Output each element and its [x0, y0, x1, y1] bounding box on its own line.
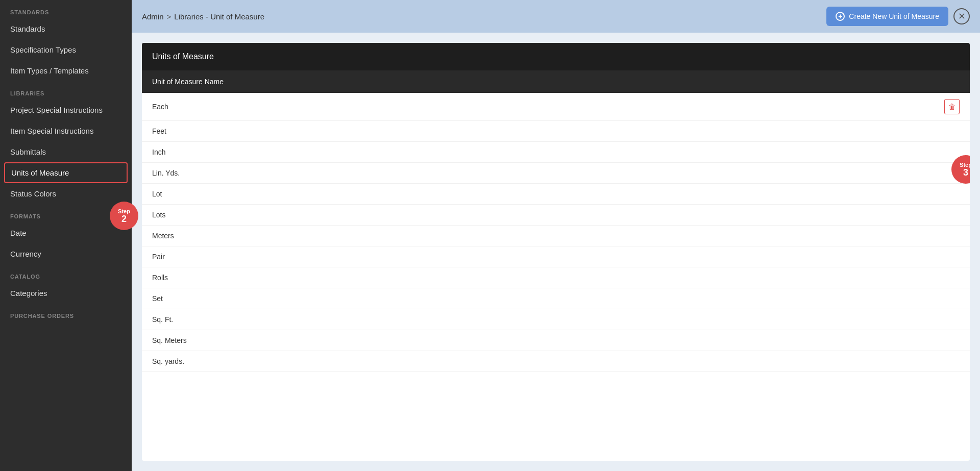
sidebar: STANDARDSStandardsSpecification TypesIte… — [0, 0, 132, 471]
sidebar-section-label-catalog: CATALOG — [0, 264, 132, 283]
table-row: Lot — [142, 184, 970, 205]
unit-name: Inch — [152, 148, 165, 156]
table-row: Sq. Meters — [142, 330, 970, 351]
sidebar-item-specification-types[interactable]: Specification Types — [0, 39, 132, 60]
sidebar-section-label-formats: FORMATS — [0, 204, 132, 222]
table-row: Lots — [142, 205, 970, 226]
close-icon: ✕ — [958, 11, 966, 22]
sidebar-item-standards[interactable]: Standards — [0, 18, 132, 39]
header-actions: + Create New Unit of Measure ✕ — [826, 7, 970, 26]
unit-name: Feet — [152, 127, 166, 135]
sidebar-section-label-libraries: LIBRARIES — [0, 81, 132, 100]
header-bar: Admin > Libraries - Unit of Measure + Cr… — [132, 0, 980, 33]
table-row: Meters — [142, 226, 970, 246]
table-container: Units of Measure Unit of Measure Name Ea… — [142, 43, 970, 461]
sidebar-item-item-types-templates[interactable]: Item Types / Templates — [0, 60, 132, 81]
sidebar-item-status-colors[interactable]: Status Colors — [0, 183, 132, 204]
delete-unit-button[interactable]: 🗑 — [944, 99, 960, 114]
table-row: Each🗑 — [142, 93, 970, 121]
unit-name: Rolls — [152, 274, 168, 282]
unit-name: Sq. yards. — [152, 357, 184, 365]
table-row: Sq. yards. — [142, 351, 970, 372]
breadcrumb: Admin > Libraries - Unit of Measure — [142, 12, 264, 21]
unit-name: Lin. Yds. — [152, 169, 180, 177]
table-body: Each🗑FeetInchLin. Yds.LotLotsMetersPairR… — [142, 93, 970, 461]
table-row: Pair — [142, 246, 970, 267]
breadcrumb-admin: Admin — [142, 12, 164, 21]
sidebar-section-label-standards: STANDARDS — [0, 0, 132, 18]
plus-circle-icon: + — [836, 12, 845, 21]
unit-name: Set — [152, 294, 163, 303]
sidebar-item-categories[interactable]: Categories — [0, 283, 132, 304]
sidebar-item-item-special-instructions[interactable]: Item Special Instructions — [0, 120, 132, 141]
unit-name: Each — [152, 103, 168, 111]
unit-name: Sq. Ft. — [152, 315, 173, 324]
sidebar-item-units-of-measure[interactable]: Units of Measure — [4, 162, 128, 183]
main-content: Admin > Libraries - Unit of Measure + Cr… — [132, 0, 980, 471]
unit-name: Lots — [152, 211, 165, 219]
content-area: Units of Measure Unit of Measure Name Ea… — [132, 33, 980, 471]
sidebar-item-submittals[interactable]: Submittals — [0, 141, 132, 162]
sidebar-item-currency[interactable]: Currency — [0, 243, 132, 264]
table-title: Units of Measure — [142, 43, 970, 70]
unit-name: Sq. Meters — [152, 336, 187, 344]
close-button[interactable]: ✕ — [953, 8, 970, 24]
table-row: Sq. Ft. — [142, 309, 970, 330]
table-row: Set — [142, 288, 970, 309]
create-button-label: Create New Unit of Measure — [849, 12, 939, 20]
unit-name: Pair — [152, 253, 165, 261]
sidebar-item-date[interactable]: Date — [0, 222, 132, 243]
table-row: Inch — [142, 142, 970, 163]
table-row: Rolls — [142, 267, 970, 288]
unit-name: Meters — [152, 232, 174, 240]
sidebar-item-project-special-instructions[interactable]: Project Special Instructions — [0, 100, 132, 120]
table-column-header: Unit of Measure Name — [142, 70, 970, 93]
create-new-unit-button[interactable]: + Create New Unit of Measure — [826, 7, 948, 26]
table-row: Lin. Yds. — [142, 163, 970, 184]
table-row: Feet — [142, 121, 970, 142]
unit-name: Lot — [152, 190, 162, 198]
breadcrumb-page: Libraries - Unit of Measure — [174, 12, 264, 21]
sidebar-section-label-purchase-orders: PURCHASE ORDERS — [0, 304, 132, 322]
breadcrumb-separator: > — [167, 12, 172, 21]
